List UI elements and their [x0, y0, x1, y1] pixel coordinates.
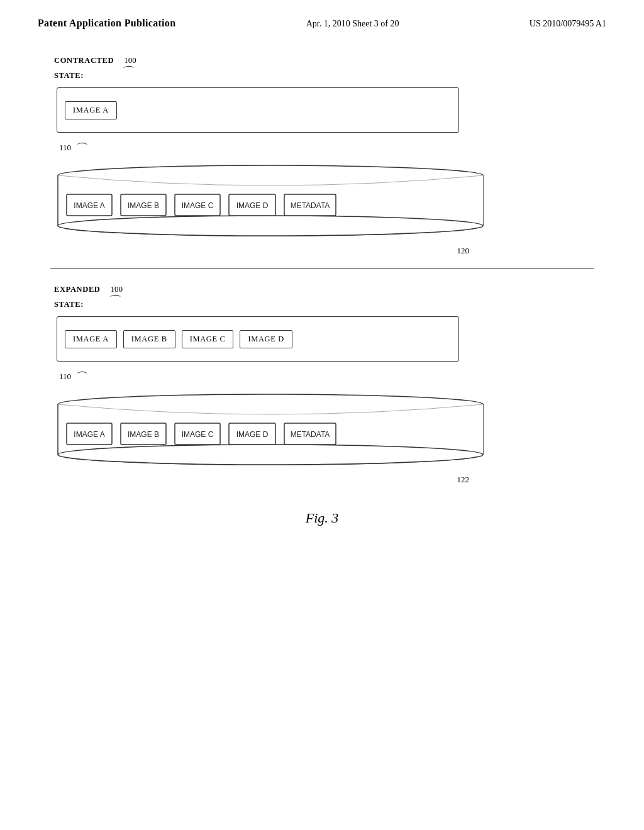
ref-100-contracted: 100	[124, 55, 136, 65]
header-patent-number: US 2010/0079495 A1	[530, 19, 606, 29]
page-header: Patent Application Publication Apr. 1, 2…	[0, 0, 644, 36]
header-date-sheet: Apr. 1, 2010 Sheet 3 of 20	[306, 19, 399, 29]
ref-100-contracted-curve: ⌒	[120, 67, 133, 77]
ref-110-expanded-curve: ⌒	[74, 372, 86, 383]
contracted-top-box: IMAGE A	[57, 87, 459, 133]
expanded-image-a: IMAGE A	[65, 330, 117, 348]
svg-text:IMAGE C: IMAGE C	[182, 430, 214, 439]
svg-text:METADATA: METADATA	[291, 201, 330, 210]
expanded-image-d: IMAGE D	[240, 330, 292, 348]
expanded-image-b: IMAGE B	[123, 330, 175, 348]
svg-point-21	[58, 445, 483, 465]
contracted-disk-svg: IMAGE A IMAGE B IMAGE C IMAGE D METADATA	[57, 163, 484, 245]
main-content: CONTRACTED STATE: 100 ⌒ IMAGE A 110 ⌒	[0, 36, 644, 539]
expanded-image-c: IMAGE C	[182, 330, 234, 348]
svg-point-5	[58, 216, 483, 236]
ref-100-expanded-curve: ⌒	[107, 296, 119, 306]
header-title: Patent Application Publication	[38, 18, 175, 29]
contracted-disk: IMAGE A IMAGE B IMAGE C IMAGE D METADATA…	[57, 163, 484, 256]
ref-110-expanded: 110	[59, 372, 71, 382]
svg-text:IMAGE A: IMAGE A	[74, 201, 104, 210]
ref-122: 122	[57, 475, 484, 485]
svg-text:IMAGE B: IMAGE B	[128, 201, 159, 210]
svg-text:METADATA: METADATA	[291, 430, 330, 439]
svg-text:IMAGE D: IMAGE D	[236, 430, 269, 439]
expanded-state-label: EXPANDED STATE:	[54, 284, 101, 314]
expanded-top-box: IMAGE A IMAGE B IMAGE C IMAGE D	[57, 316, 459, 362]
ref-110-contracted-curve: ⌒	[74, 143, 86, 154]
svg-text:IMAGE D: IMAGE D	[236, 201, 269, 210]
contracted-state-label: CONTRACTED STATE:	[54, 55, 114, 85]
expanded-disk: IMAGE A IMAGE B IMAGE C IMAGE D METADATA…	[57, 392, 484, 485]
ref-110-contracted: 110	[59, 143, 71, 153]
svg-text:IMAGE C: IMAGE C	[182, 201, 214, 210]
contracted-image-a: IMAGE A	[65, 101, 117, 119]
expanded-state-section: EXPANDED STATE: 100 ⌒ IMAGE A IMAGE B IM…	[50, 284, 594, 485]
svg-text:IMAGE A: IMAGE A	[74, 430, 104, 439]
expanded-disk-svg: IMAGE A IMAGE B IMAGE C IMAGE D METADATA	[57, 392, 484, 473]
ref-120: 120	[57, 246, 484, 256]
ref-100-expanded: 100	[111, 284, 123, 294]
svg-text:IMAGE B: IMAGE B	[128, 430, 159, 439]
section-divider	[50, 268, 594, 269]
figure-caption: Fig. 3	[50, 510, 594, 526]
contracted-state-section: CONTRACTED STATE: 100 ⌒ IMAGE A 110 ⌒	[50, 55, 594, 256]
